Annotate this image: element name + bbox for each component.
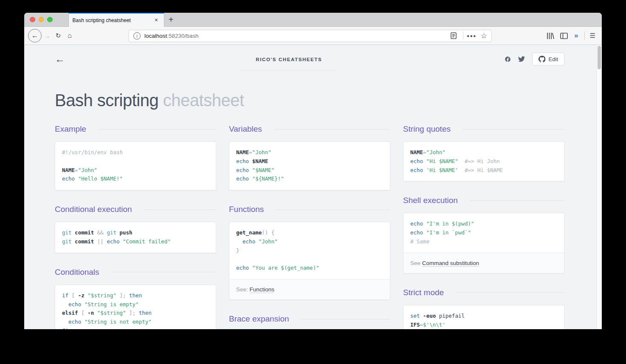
page-scrollbar[interactable] [596, 45, 602, 329]
maximize-window-button[interactable] [47, 17, 53, 23]
section-title-example: Example [55, 124, 86, 134]
code-card: echo "I'm in $(pwd)" echo "I'm in `pwd`"… [403, 213, 564, 273]
code-token [436, 313, 439, 319]
code-token [249, 175, 252, 182]
card-footer: See Command substitution [403, 253, 564, 273]
code-token [116, 229, 120, 236]
code-token: echo [236, 175, 249, 182]
cheatsheet-grid: Example#!/usr/bin/env bash NAME="John" e… [55, 124, 564, 329]
grid-column-3: String quotesNAME="John" echo "Hi $NAME"… [403, 124, 564, 329]
code-token [62, 301, 68, 308]
code-token: = [420, 322, 423, 328]
code-token [236, 238, 243, 245]
tab-bar: Bash scripting cheatsheet ✕ + [24, 13, 602, 27]
section-heading-row: Conditionals [55, 268, 216, 277]
code-token: NAME [236, 149, 249, 155]
code-token: echo [62, 175, 75, 182]
section-functions: Functionsget_name() { echo "John" } echo… [229, 205, 390, 300]
code-token: echo [243, 238, 255, 245]
twitter-icon[interactable] [518, 56, 525, 62]
site-back-arrow[interactable]: ← [55, 54, 73, 64]
site-brand[interactable]: RICO'S CHEATSHEETS [256, 57, 322, 62]
close-window-button[interactable] [30, 17, 35, 23]
browser-window: Bash scripting cheatsheet ✕ + ← → ↻ ⌂ i … [24, 13, 602, 329]
refresh-button[interactable]: ↻ [53, 32, 64, 40]
see-also-link[interactable]: Command substitution [422, 260, 479, 267]
code-token: "String is not empty" [85, 319, 152, 325]
minimize-window-button[interactable] [39, 17, 44, 23]
section-heading-rule [462, 129, 564, 130]
site-info-icon[interactable]: i [133, 32, 141, 40]
code-token: echo [68, 301, 81, 308]
code-token [81, 319, 85, 325]
code-token [94, 310, 97, 316]
section-heading-row: Shell execution [403, 196, 564, 205]
library-icon[interactable] [547, 32, 554, 40]
code-token [120, 238, 123, 245]
hamburger-menu-icon[interactable]: ☰ [590, 32, 595, 40]
code-token [420, 313, 423, 319]
code-token: set [410, 313, 420, 319]
url-bar[interactable]: i localhost:58230/bash ●●● ☆ [129, 30, 492, 42]
code-token [126, 292, 130, 299]
back-button[interactable]: ← [28, 29, 42, 42]
code-token: NAME [410, 149, 423, 155]
code-token [75, 175, 78, 182]
code-token [116, 292, 120, 299]
overflow-menu-icon[interactable]: » [574, 31, 578, 40]
forward-button[interactable]: → [42, 32, 53, 40]
home-button[interactable]: ⌂ [64, 32, 76, 40]
see-also-link[interactable]: Functions [250, 286, 275, 293]
window-controls [30, 13, 53, 26]
section-heading-rule [276, 209, 390, 210]
section-heading-row: Variables [229, 124, 390, 134]
code-token: echo [410, 158, 423, 164]
section-brace-expansion: Brace expansion [229, 314, 390, 324]
code-token: then [129, 292, 142, 299]
tab-close-icon[interactable]: ✕ [152, 17, 160, 24]
section-heading-rule [470, 200, 564, 201]
code-token [135, 310, 139, 316]
section-heading-row: String quotes [403, 124, 564, 134]
sidebar-toggle-icon[interactable] [560, 33, 568, 39]
code-block: #!/usr/bin/env bash NAME="John" echo "He… [55, 142, 216, 190]
code-token: echo [68, 319, 81, 325]
code-token: "String is empty" [85, 301, 139, 308]
code-token: $NAME [252, 158, 268, 164]
section-heading-rule [98, 129, 216, 130]
reader-view-icon[interactable] [451, 32, 457, 39]
page-content: ← RICO'S CHEATSHEETS [24, 45, 602, 329]
code-block: set -euo pipefail IFS=$'\n\t' [403, 305, 564, 329]
code-token: if [62, 292, 68, 299]
page-actions-icon[interactable]: ●●● [467, 34, 477, 38]
brand-wrap: RICO'S CHEATSHEETS [73, 55, 505, 63]
code-token: pipefail [439, 313, 465, 319]
code-block: git commit && git push git commit || ech… [55, 222, 216, 253]
code-token [94, 238, 97, 245]
code-token: git [62, 229, 72, 236]
code-card: get_name() { echo "John" } echo "You are… [229, 222, 390, 300]
bookmark-star-icon[interactable]: ☆ [481, 31, 487, 40]
section-heading-rule [301, 319, 390, 319]
code-block: echo "I'm in $(pwd)" echo "I'm in `pwd`"… [403, 213, 564, 252]
section-title-variables: Variables [229, 124, 262, 134]
code-token: # Same [410, 238, 429, 245]
code-token: = [249, 149, 252, 155]
code-block: NAME="John" echo $NAME echo "$NAME" echo… [229, 142, 390, 190]
code-token: -n [87, 310, 94, 316]
code-token [81, 301, 85, 308]
section-heading-row: Brace expansion [229, 314, 390, 324]
code-token: $'\n\t' [423, 322, 446, 328]
page-title: Bash scripting cheatsheet [55, 91, 564, 110]
new-tab-button[interactable]: + [164, 13, 178, 26]
code-card: if [ -z "$string" ]; then echo "String i… [55, 285, 216, 329]
edit-button[interactable]: Edit [532, 53, 564, 65]
facebook-icon[interactable] [505, 56, 511, 62]
see-also-label: See: [236, 286, 250, 293]
tab-bash-scripting-cheatsheet[interactable]: Bash scripting cheatsheet ✕ [68, 13, 164, 27]
section-heading-row: Example [55, 124, 216, 134]
page-title-main: Bash scripting [55, 91, 163, 110]
url-text[interactable]: localhost:58230/bash [144, 33, 448, 39]
section-shell-execution: Shell executionecho "I'm in $(pwd)" echo… [403, 196, 564, 273]
scrollbar-thumb[interactable] [598, 46, 601, 69]
